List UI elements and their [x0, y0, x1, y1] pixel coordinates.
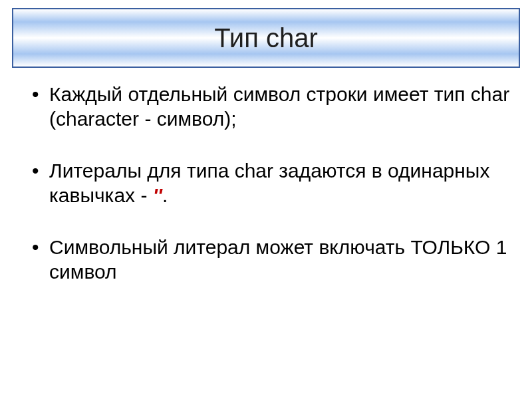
slide-title: Тип char: [214, 23, 318, 53]
content-area: Каждый отдельный символ строки имеет тип…: [12, 68, 520, 285]
bullet-text: Символьный литерал может включать ТОЛЬКО…: [49, 236, 507, 283]
list-item: Каждый отдельный символ строки имеет тип…: [31, 82, 513, 131]
list-item: Литералы для типа char задаются в одинар…: [31, 159, 513, 207]
slide: Тип char Каждый отдельный символ строки …: [0, 0, 532, 399]
bullet-text: Каждый отдельный символ строки имеет тип…: [49, 83, 509, 130]
title-box: Тип char: [12, 8, 520, 68]
bullet-text-prefix: Литералы для типа char задаются в одинар…: [49, 160, 489, 206]
quotes-literal: '': [153, 184, 162, 206]
bullet-text-suffix: .: [162, 184, 168, 206]
bullet-list: Каждый отдельный символ строки имеет тип…: [31, 82, 513, 285]
list-item: Символьный литерал может включать ТОЛЬКО…: [31, 235, 513, 284]
